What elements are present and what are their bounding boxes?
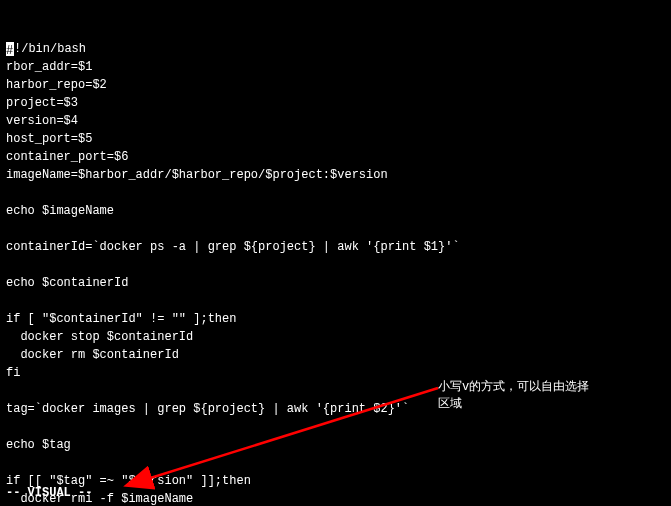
code-line	[6, 292, 665, 310]
code-line: if [[ "$tag" =~ "$version" ]];then	[6, 472, 665, 490]
code-line	[6, 454, 665, 472]
code-line	[6, 256, 665, 274]
code-line: docker stop $containerId	[6, 328, 665, 346]
code-line: project=$3	[6, 94, 665, 112]
code-line: imageName=$harbor_addr/$harbor_repo/$pro…	[6, 166, 665, 184]
code-line: containerId=`docker ps -a | grep ${proje…	[6, 238, 665, 256]
annotation-text: 小写v的方式，可以自由选择 区域	[438, 378, 668, 412]
code-line: #!/bin/bash	[6, 40, 665, 58]
code-line: rbor_addr=$1	[6, 58, 665, 76]
terminal-viewport[interactable]: #!/bin/bashrbor_addr=$1harbor_repo=$2pro…	[0, 0, 671, 506]
code-line: echo $imageName	[6, 202, 665, 220]
code-line: docker rm $containerId	[6, 346, 665, 364]
code-line: docker rmi -f $imageName	[6, 490, 665, 506]
vim-mode-status: -- VISUAL --	[6, 486, 92, 500]
code-line: harbor_repo=$2	[6, 76, 665, 94]
annotation-line-1: 小写v的方式，可以自由选择	[438, 378, 668, 395]
code-line: container_port=$6	[6, 148, 665, 166]
code-line: echo $tag	[6, 436, 665, 454]
code-line: if [ "$containerId" != "" ];then	[6, 310, 665, 328]
code-line	[6, 418, 665, 436]
code-line	[6, 184, 665, 202]
script-content: #!/bin/bashrbor_addr=$1harbor_repo=$2pro…	[6, 40, 665, 506]
cursor: #	[6, 42, 14, 56]
code-line	[6, 220, 665, 238]
code-line: host_port=$5	[6, 130, 665, 148]
code-line: version=$4	[6, 112, 665, 130]
code-line: echo $containerId	[6, 274, 665, 292]
annotation-line-2: 区域	[438, 395, 668, 412]
